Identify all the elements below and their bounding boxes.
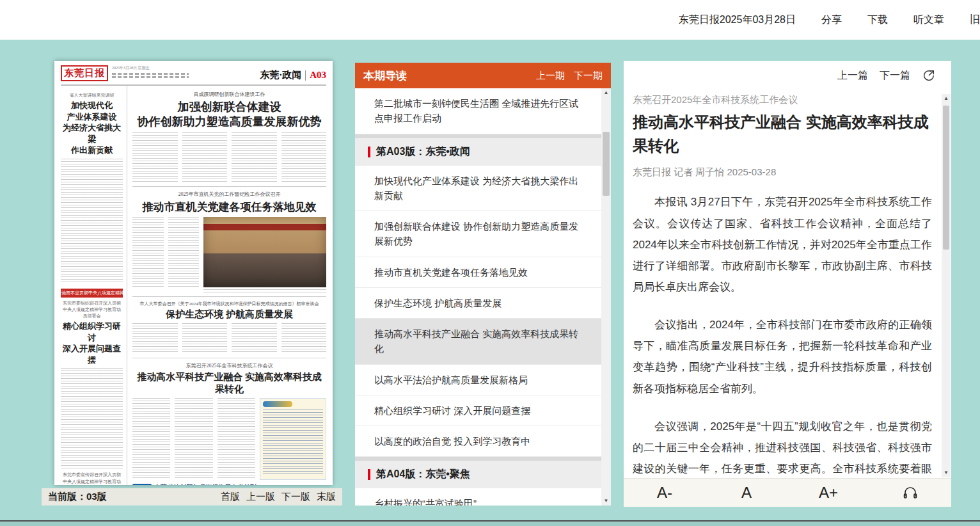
page-nav-link-3[interactable]: 末版 [317,491,336,503]
divider [132,358,326,358]
article-headline: 推动高水平科技产业融合 实施高效率科技成果转化 [132,371,326,395]
article-scrollbar[interactable]: ▲ ▼ [942,94,951,477]
sidebox-text-placeholder [263,410,323,476]
body-text-placeholder [232,132,277,182]
article-kicker: 东莞召开2025年全市科技系统工作会议 [132,362,326,370]
article-kicker: 东莞市委宣传部召开深入贯彻中央八项规定精神学习教育动员部署会 [61,472,123,485]
article-kicker: 省人大宣讲组来莞调研 [61,92,123,99]
toc-section-label: 第A03版：东莞•政闻 [376,145,470,159]
scroll-up-arrow[interactable]: ▲ [601,88,611,97]
article-kicker: 东莞市委组织部召开深入贯彻中央八项规定精神学习教育动员部署会 [61,300,123,319]
top-bar: 东莞日报2025年03月28日 分享下载听文章旧版 [0,0,980,40]
stats-banner: 东莞科技创新各项指标位居全省前列 [132,483,326,485]
newspaper-meta: 2025年3月28日 星期五 [112,65,189,78]
toc-item[interactable]: 以高水平法治护航高质量发展新格局 [355,365,601,395]
article-paragraph-1: 会议指出，2024年，全市科技部门在市委市政府的正确领导下，瞄准高质量发展目标任… [633,314,932,399]
paper-section-label: 东莞·政闻 [260,69,301,81]
site-title: 东莞日报2025年03月28日 [679,13,796,27]
body-text-placeholder [182,323,228,354]
next-issue-link[interactable]: 下一期 [574,70,603,82]
article-panel: 上一篇 下一篇 东莞召开2025年全市科技系统工作会议 推动高水平科技产业融合 … [624,61,951,507]
prev-issue-link[interactable]: 上一期 [536,70,565,82]
scroll-down-arrow[interactable]: ▼ [942,468,951,477]
body-text-placeholder [281,132,327,182]
body-text-placeholder [132,217,164,287]
article-paragraph-0: 本报讯 3月27日下午，东莞召开2025年全市科技系统工作会议。会议传达了国家、… [633,191,932,298]
topbar-link-3[interactable]: 旧版 [970,13,980,27]
paper-main-column: 吕成蹊调研创新联合体建设工作 加强创新联合体建设 协作创新助力塑造高质量发展新优… [127,86,326,485]
body-text-placeholder [61,368,123,469]
scrollbar-thumb[interactable] [603,132,610,196]
page-nav-link-0[interactable]: 首版 [221,491,240,503]
body-text-placeholder [132,132,178,182]
article-kicker: 2025年市直机关党的工作暨纪检工作会议召开 [132,191,326,198]
divider [132,186,326,187]
body-text-placeholder [281,323,327,354]
article-content: 东莞召开2025年全市科技系统工作会议 推动高水平科技产业融合 实施高效率科技成… [633,90,932,477]
body-text-placeholder [182,132,228,182]
article-title: 推动高水平科技产业融合 实施高效率科技成果转化 [633,110,932,157]
toc-item[interactable]: 以高度的政治自觉 投入到学习教育中 [355,426,601,457]
meta-text-placeholder [112,76,189,78]
topbar-link-2[interactable]: 听文章 [913,13,944,27]
scrollbar-thumb[interactable] [943,106,949,250]
topbar-links: 分享下载听文章旧版 [821,13,980,27]
paper-bottom-bar: 当前版：03版 首版上一版下一版末版 [42,488,342,506]
body-text-placeholder [61,159,123,284]
font-larger-button[interactable]: A+ [787,484,869,502]
toc-section-header: 第A03版：东莞•政闻 [355,138,601,166]
toc-item[interactable]: 加快现代化产业体系建设 为经济大省挑大梁作出新贡献 [355,166,601,212]
topbar-link-1[interactable]: 下载 [867,13,888,27]
article-kicker: 吕成蹊调研创新联合体建设工作 [132,91,326,99]
article-paragraphs: 本报讯 3月27日下午，东莞召开2025年全市科技系统工作会议。会议传达了国家、… [633,191,932,477]
page-nav-link-1[interactable]: 上一版 [246,491,275,503]
toc-item[interactable]: 精心组织学习研讨 深入开展问题查摆 [355,395,601,426]
body-text-placeholder [132,323,178,354]
page-nav-link-2[interactable]: 下一版 [281,491,310,503]
divider [132,296,326,297]
scroll-down-arrow[interactable]: ▼ [601,497,611,506]
article-headline: 精心组织学习研讨 深入开展问题查摆 [61,321,123,365]
article-headline: 加强创新联合体建设 协作创新助力塑造高质量发展新优势 [132,100,326,130]
newspaper-masthead: 东莞日报 [61,65,108,81]
next-article-link[interactable]: 下一篇 [880,69,910,83]
article-kicker: 东莞召开2025年全市科技系统工作会议 [633,94,932,106]
headphones-icon [903,486,918,500]
listen-button[interactable] [869,486,951,500]
article-toolbar: A- A A+ [624,478,951,507]
toc-item[interactable]: 加强创新联合体建设 协作创新助力塑造高质量发展新优势 [355,211,601,257]
body-text-placeholder [168,217,200,287]
scroll-up-arrow[interactable]: ▲ [942,94,951,103]
body-text-placeholder [132,398,170,480]
article-byline: 东莞日报 记者 周子怡 2025-03-28 [633,166,932,179]
body-text-placeholder [217,398,255,480]
toc-panel: 本期导读 上一期 下一期 第二批城市一刻钟便民生活圈 全域推进先行区试点申报工作… [355,63,611,506]
toc-item[interactable]: 第二批城市一刻钟便民生活圈 全域推进先行区试点申报工作启动 [355,88,601,134]
topbar-link-0[interactable]: 分享 [821,13,842,27]
article-headline: 保护生态环境 护航高质量发展 [132,308,326,321]
newspaper-page-preview[interactable]: 东莞日报 2025年3月28日 星期五 东莞·政闻 A03 省人大宣讲组来莞调研… [54,61,333,485]
section-redbar-icon [368,147,370,157]
photo-caption-placeholder [203,289,326,292]
banner-text: 东莞科技创新各项指标位居全省前列 [154,483,257,485]
body-text-placeholder [175,398,212,480]
toc-item[interactable]: 乡村振兴的“共富试验田” [355,488,601,506]
campaign-tag: 驰而不息贯彻中央八项规定精神 [61,289,123,298]
font-default-button[interactable]: A [706,484,787,502]
prev-article-link[interactable]: 上一篇 [837,69,868,83]
current-page-label: 当前版：03版 [48,491,107,503]
toc-scrollbar[interactable]: ▲ ▼ [601,88,611,506]
font-smaller-button[interactable]: A- [624,484,706,502]
meeting-photo [203,217,326,287]
info-sidebox [260,398,326,480]
newspaper-header: 东莞日报 2025年3月28日 星期五 东莞·政闻 A03 [61,65,326,86]
toc-item[interactable]: 推动市直机关党建各项任务落地见效 [355,257,601,288]
toc-item[interactable]: 推动高水平科技产业融合 实施高效率科技成果转化 [355,319,601,365]
article-headline: 推动市直机关党建各项任务落地见效 [132,200,326,214]
toc-item[interactable]: 保护生态环境 护航高质量发展 [355,288,601,319]
share-icon[interactable] [922,68,936,83]
article-kicker: 市人大常委会召开《关于2024年我市环境状况和环境保护目标完成情况的报告》初审座… [132,301,326,308]
toc-section-header: 第A04版：东莞•聚焦 [355,461,601,488]
sidebox-logo [263,401,292,407]
toc-title: 本期导读 [363,68,407,83]
